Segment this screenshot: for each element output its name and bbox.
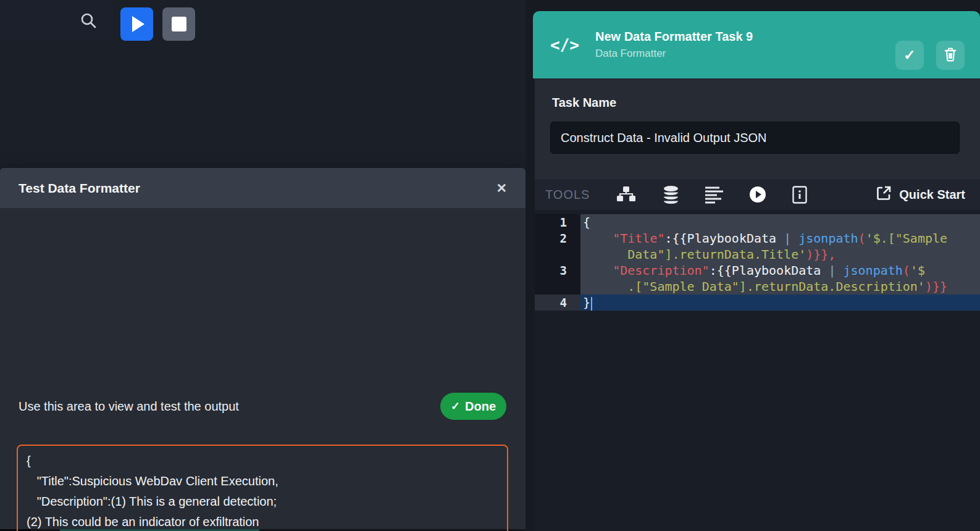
confirm-task-button[interactable]: ✓: [895, 41, 924, 70]
quick-start-label: Quick Start: [899, 188, 965, 202]
stop-icon: [172, 17, 186, 31]
line-number: 4: [535, 295, 580, 311]
test-data-formatter-modal: Test Data Formatter ✕ Use this area to v…: [0, 168, 526, 529]
tools-label: TOOLS: [545, 188, 590, 202]
stop-playbook-button[interactable]: [162, 7, 195, 41]
task-name-label: Task Name: [552, 96, 616, 110]
code-line[interactable]: 2 "Title":{{PlaybookData | jsonpath('$.[…: [535, 230, 980, 246]
output-test-textarea[interactable]: { "Title":Suspicious WebDav Client Execu…: [17, 445, 508, 531]
code-line-content[interactable]: "Description":{{PlaybookData | jsonpath(…: [580, 262, 980, 278]
line-number: [535, 278, 580, 295]
line-number: 2: [535, 230, 580, 246]
code-line[interactable]: 3 "Description":{{PlaybookData | jsonpat…: [535, 262, 980, 278]
trash-icon: [944, 47, 957, 64]
search-box[interactable]: [0, 0, 113, 41]
code-editor[interactable]: 1{2 "Title":{{PlaybookData | jsonpath('$…: [535, 210, 980, 531]
modal-title: Test Data Formatter: [19, 181, 140, 196]
done-button-label: Done: [465, 399, 496, 414]
code-line-content[interactable]: {: [580, 214, 980, 230]
code-line[interactable]: .["Sample Data"].returnData.Description'…: [535, 278, 980, 295]
task-header-text: New Data Formatter Task 9 Data Formatter: [595, 30, 753, 60]
line-number: [535, 246, 580, 262]
done-button[interactable]: ✓ Done: [440, 393, 506, 420]
sitemap-icon[interactable]: [616, 185, 637, 204]
quick-start-link[interactable]: Quick Start: [876, 185, 965, 204]
task-header: </> New Data Formatter Task 9 Data Forma…: [533, 11, 980, 78]
check-icon: ✓: [903, 47, 915, 64]
check-icon: ✓: [451, 399, 460, 413]
external-link-icon: [876, 185, 892, 204]
code-line-content[interactable]: Data"].returnData.Title')}},: [580, 246, 980, 262]
format-lines-icon[interactable]: [705, 186, 723, 204]
code-line-content[interactable]: }: [580, 295, 980, 311]
datasource-icon[interactable]: [663, 185, 679, 204]
run-playbook-button[interactable]: [120, 7, 153, 41]
code-line[interactable]: 4}: [535, 295, 980, 311]
task-name-section: Task Name: [535, 78, 980, 179]
play-icon: [132, 16, 144, 32]
close-icon[interactable]: ✕: [496, 181, 507, 196]
code-rows: 1{2 "Title":{{PlaybookData | jsonpath('$…: [535, 214, 980, 311]
code-line-content[interactable]: .["Sample Data"].returnData.Description'…: [580, 278, 980, 295]
code-icon: </>: [550, 36, 579, 54]
tools-bar: TOOLS Quick Start: [535, 179, 980, 210]
run-test-icon[interactable]: [749, 186, 766, 203]
code-line[interactable]: Data"].returnData.Title')}},: [535, 246, 980, 262]
line-number: 1: [535, 214, 580, 230]
line-number: 3: [535, 262, 580, 278]
task-title: New Data Formatter Task 9: [595, 30, 753, 44]
text-cursor: [591, 297, 592, 311]
app-canvas: Test Data Formatter ✕ Use this area to v…: [0, 0, 980, 531]
delete-task-button[interactable]: [936, 41, 965, 70]
code-line-content[interactable]: "Title":{{PlaybookData | jsonpath('$.["S…: [580, 230, 980, 246]
task-name-input[interactable]: [550, 122, 960, 154]
modal-header: Test Data Formatter ✕: [0, 168, 526, 208]
notes-icon[interactable]: [792, 186, 807, 204]
modal-instruction-row: Use this area to view and test the outpu…: [19, 390, 506, 422]
modal-instruction: Use this area to view and test the outpu…: [19, 399, 239, 414]
code-line[interactable]: 1{: [535, 214, 980, 230]
task-subtitle: Data Formatter: [595, 48, 753, 60]
